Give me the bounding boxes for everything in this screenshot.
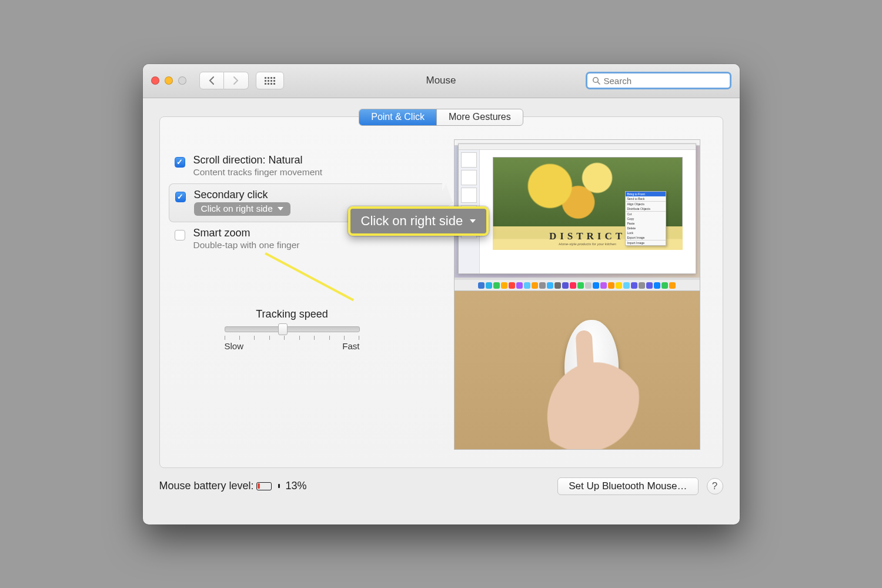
- battery-icon: [256, 482, 272, 490]
- window-controls: [151, 76, 186, 85]
- titlebar: Mouse: [143, 64, 740, 98]
- tab-more-gestures[interactable]: More Gestures: [436, 109, 523, 125]
- footer: Mouse battery level: 13% Set Up Bluetoot…: [143, 468, 740, 507]
- help-button[interactable]: ?: [707, 478, 723, 495]
- preview-screen: DISTRICT Home-style products for your ki…: [454, 139, 700, 292]
- option-title: Scroll direction: Natural: [193, 154, 323, 166]
- chevron-left-icon: [209, 76, 215, 85]
- option-title: Secondary click: [194, 189, 290, 201]
- checkbox-scroll-direction[interactable]: [175, 157, 185, 168]
- preview-hand: [540, 356, 655, 449]
- preview-app-toolbar: [459, 144, 696, 150]
- option-subtitle: Content tracks finger movement: [193, 167, 323, 178]
- search-field[interactable]: [586, 72, 731, 89]
- preferences-window: Mouse Point & Click More Gestures Scroll…: [143, 64, 740, 524]
- show-all-button[interactable]: [256, 72, 284, 89]
- secondary-click-dropdown[interactable]: Click on right side: [194, 202, 290, 216]
- battery-label: Mouse battery level:: [159, 480, 254, 492]
- fast-label: Fast: [342, 341, 359, 351]
- dropdown-value: Click on right side: [201, 203, 273, 214]
- zoom-window-button[interactable]: [178, 76, 186, 85]
- close-window-button[interactable]: [151, 76, 159, 85]
- checkbox-secondary-click[interactable]: [175, 192, 186, 202]
- search-icon: [592, 76, 600, 85]
- options-list: Scroll direction: Natural Content tracks…: [160, 117, 448, 467]
- tab-bar: Point & Click More Gestures: [143, 109, 740, 126]
- gesture-preview: DISTRICT Home-style products for your ki…: [454, 139, 700, 450]
- option-secondary-click[interactable]: Secondary click Click on right side: [169, 183, 442, 222]
- tracking-speed-slider[interactable]: [225, 326, 360, 332]
- battery-percent: 13%: [286, 480, 307, 492]
- checkbox-smart-zoom[interactable]: [175, 230, 185, 240]
- slow-label: Slow: [225, 341, 244, 351]
- battery-indicator: 13%: [256, 480, 307, 492]
- slider-knob[interactable]: [278, 323, 288, 335]
- chevron-right-icon: [233, 76, 239, 85]
- option-title: Smart zoom: [193, 227, 300, 239]
- preview-dock: [455, 280, 700, 290]
- tracking-speed-section: Tracking speed Slow Fast: [225, 308, 360, 351]
- option-scroll-direction[interactable]: Scroll direction: Natural Content tracks…: [169, 149, 442, 183]
- preview-context-menu: Bring to FrontSend to BackAlign ObjectsD…: [625, 191, 666, 246]
- tracking-speed-label: Tracking speed: [225, 308, 360, 320]
- minimize-window-button[interactable]: [165, 76, 173, 85]
- setup-bluetooth-button[interactable]: Set Up Bluetooth Mouse…: [557, 477, 698, 495]
- tab-point-and-click[interactable]: Point & Click: [359, 109, 436, 125]
- option-smart-zoom[interactable]: Smart zoom Double-tap with one finger: [169, 222, 442, 256]
- svg-line-1: [597, 82, 600, 84]
- segmented-control: Point & Click More Gestures: [359, 109, 523, 126]
- settings-panel: Scroll direction: Natural Content tracks…: [159, 116, 723, 468]
- grid-icon: [265, 77, 275, 85]
- slider-labels: Slow Fast: [225, 341, 360, 351]
- nav-buttons: [199, 72, 249, 89]
- back-button[interactable]: [199, 72, 224, 89]
- preview-desk: [454, 291, 700, 449]
- option-subtitle: Double-tap with one finger: [193, 240, 300, 250]
- search-input[interactable]: [604, 76, 725, 86]
- slider-ticks: [225, 336, 360, 340]
- forward-button[interactable]: [224, 72, 249, 89]
- chevron-down-icon: [278, 207, 283, 211]
